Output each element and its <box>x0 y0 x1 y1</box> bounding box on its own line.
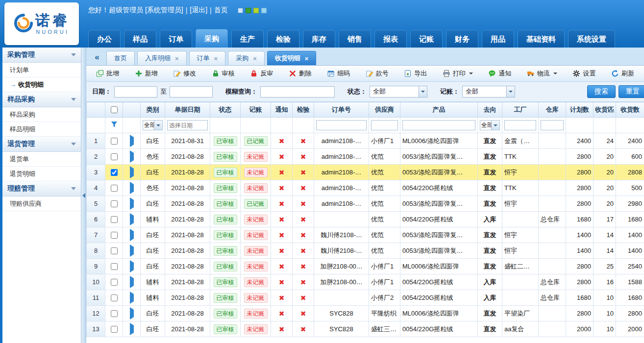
column-header-计划数[interactable]: 计划数 <box>566 102 594 118</box>
table-row[interactable]: 1白坯2021-08-31已审核已记账✖✖admin2108-…小傅厂1ML00… <box>87 133 644 149</box>
column-header-收货匹[interactable]: 收货匹 <box>594 102 616 118</box>
nav-tab-基础资料[interactable]: 基础资料 <box>518 30 565 48</box>
column-header-仓库[interactable]: 仓库 <box>539 102 566 118</box>
sidebar-section-header[interactable]: 采购管理 <box>2 48 81 63</box>
expand-arrow-icon[interactable] <box>130 323 134 335</box>
status-select[interactable]: 全部 <box>370 86 427 98</box>
warehouse-filter-input[interactable] <box>541 120 564 130</box>
column-header-去向[interactable]: 去向 <box>478 102 502 118</box>
expand-arrow-icon[interactable] <box>130 182 134 194</box>
date-to-input[interactable] <box>170 86 213 98</box>
column-header-订单号[interactable]: 订单号 <box>314 102 369 118</box>
toolbar-button-反审[interactable]: 反审 <box>250 67 273 80</box>
fuzzy-search-input[interactable] <box>260 86 335 98</box>
toolbar-button-设置[interactable]: 设置 <box>572 67 595 80</box>
expand-arrow-icon[interactable] <box>130 229 134 241</box>
close-icon[interactable]: × <box>214 55 218 62</box>
expand-arrow-icon[interactable] <box>130 276 134 288</box>
sidebar-item-计划单[interactable]: 计划单 <box>2 63 81 77</box>
account-select[interactable]: 全部 <box>462 86 515 98</box>
sidebar-section-header[interactable]: 理赔管理 <box>2 181 81 196</box>
toolbar-button-导出[interactable]: x导出 <box>404 67 427 80</box>
nav-tab-用品[interactable]: 用品 <box>482 30 514 48</box>
table-row[interactable]: 7白坯2021-08-28已审核未记账✖✖魏川傅2108-…优范0053/涤纶四… <box>87 227 644 243</box>
theme-blue-outline-icon[interactable] <box>238 8 243 13</box>
nav-tab-办公[interactable]: 办公 <box>88 30 121 48</box>
theme-yellowgreen-icon[interactable] <box>253 8 259 13</box>
table-row[interactable]: 13白坯2021-08-28已审核未记账✖✖SYC828盛虹三…0054/220… <box>87 321 644 337</box>
expand-arrow-icon[interactable] <box>130 197 134 210</box>
order-filter-input[interactable] <box>316 120 367 130</box>
home-link[interactable]: 首页 <box>214 6 228 15</box>
table-row[interactable]: 5白坯2021-08-28已审核已记账✖✖admin2108-…优范0053/涤… <box>87 196 644 212</box>
row-checkbox[interactable] <box>111 263 118 270</box>
document-tab-订单[interactable]: 订单× <box>189 51 226 65</box>
table-row[interactable]: 8白坯2021-08-28已审核未记账✖✖魏川傅2108-…优范0053/涤纶四… <box>87 243 644 259</box>
expand-arrow-icon[interactable] <box>130 150 134 163</box>
sidebar-collapse-handle[interactable] <box>81 48 86 343</box>
column-header-工厂[interactable]: 工厂 <box>502 102 539 118</box>
table-row[interactable]: 6辅料2021-08-28已审核未记账✖✖优范0054/220G摇粒绒入库总仓库… <box>87 212 644 227</box>
toolbar-button-通知[interactable]: 通知 <box>488 67 511 80</box>
theme-lightblue-icon[interactable] <box>261 8 267 13</box>
search-button[interactable]: 搜索 <box>587 85 616 98</box>
document-tab-采购[interactable]: 采购× <box>228 51 265 65</box>
tab-scroll-back-button[interactable]: « <box>90 50 104 64</box>
table-row[interactable]: 4色坯2021-08-28已审核未记账✖✖admin2108-…优范0054/2… <box>87 180 644 196</box>
close-icon[interactable]: × <box>175 55 179 62</box>
toolbar-button-物流[interactable]: 物流 <box>527 67 557 80</box>
toolbar-button-修改[interactable]: 修改 <box>173 67 196 80</box>
sidebar-item-样品明细[interactable]: 样品明细 <box>2 122 81 137</box>
row-checkbox[interactable] <box>111 200 118 207</box>
logout-link[interactable]: [退出] <box>190 6 207 15</box>
nav-tab-库存[interactable]: 库存 <box>303 30 335 48</box>
table-row[interactable]: 11辅料2021-08-28已审核未记账✖✖小傅厂20054/220G摇粒绒入库… <box>87 290 644 306</box>
row-checkbox[interactable] <box>111 232 118 239</box>
row-checkbox[interactable] <box>111 247 118 254</box>
table-row[interactable]: 9白坯2021-08-28已审核未记账✖✖加胖2108-00…小傅厂1ML000… <box>87 259 644 274</box>
expand-arrow-icon[interactable] <box>130 245 134 257</box>
document-tab-首页[interactable]: 首页 <box>106 51 135 65</box>
close-icon[interactable]: × <box>305 55 309 62</box>
table-row[interactable]: 3白坯2021-08-28已审核未记账✖✖admin2108-…优范0053/涤… <box>87 165 644 180</box>
nav-tab-采购[interactable]: 采购 <box>196 29 228 48</box>
supplier-filter-input[interactable] <box>371 120 398 130</box>
close-icon[interactable]: × <box>253 55 257 62</box>
date-filter-input[interactable] <box>167 120 208 130</box>
expand-arrow-icon[interactable] <box>130 213 134 225</box>
sidebar-item-收货明细[interactable]: →收货明细 <box>2 77 81 92</box>
sidebar-section-header[interactable]: 退货管理 <box>2 137 81 152</box>
row-checkbox[interactable] <box>111 153 118 160</box>
nav-tab-报表[interactable]: 报表 <box>374 30 407 48</box>
toolbar-button-款号[interactable]: 款号 <box>366 67 389 80</box>
column-header-通知[interactable]: 通知 <box>271 102 293 118</box>
table-row[interactable]: 2色坯2021-08-28已审核未记账✖✖admin2108-…优范0053/涤… <box>87 149 644 165</box>
column-header-产品[interactable]: 产品 <box>400 102 478 118</box>
column-header-状态[interactable]: 状态 <box>210 102 241 118</box>
filter-funnel-icon[interactable] <box>110 122 118 130</box>
toolbar-button-打印[interactable]: 打印 <box>443 67 473 80</box>
theme-green-icon[interactable] <box>246 8 251 13</box>
category-filter-select[interactable]: 全部 <box>143 120 163 130</box>
select-all-checkbox[interactable] <box>111 106 118 113</box>
expand-arrow-icon[interactable] <box>130 260 134 272</box>
reset-button[interactable]: 重置 <box>619 85 644 98</box>
row-checkbox[interactable] <box>111 326 118 333</box>
row-checkbox[interactable] <box>111 310 118 317</box>
sidebar-item-理赔供应商[interactable]: 理赔供应商 <box>2 196 81 211</box>
toolbar-button-审核[interactable]: 审核 <box>212 67 235 80</box>
nav-tab-销售[interactable]: 销售 <box>339 30 371 48</box>
table-row[interactable]: 10辅料2021-08-28已审核未记账✖✖加胖2108-00…小傅厂10054… <box>87 274 644 290</box>
document-tab-收货明细[interactable]: 收货明细× <box>267 51 317 65</box>
sidebar-section-header[interactable]: 样品采购 <box>2 92 81 107</box>
sidebar-item-样品采购[interactable]: 样品采购 <box>2 107 81 122</box>
row-checkbox[interactable] <box>111 185 118 192</box>
expand-arrow-icon[interactable] <box>130 166 134 178</box>
column-header-供应商[interactable]: 供应商 <box>369 102 400 118</box>
row-checkbox[interactable] <box>111 216 118 223</box>
toolbar-button-删除[interactable]: 删除 <box>289 67 312 80</box>
nav-tab-样品[interactable]: 样品 <box>124 30 156 48</box>
toolbar-button-细码[interactable]: 细码 <box>327 67 350 80</box>
nav-tab-财务[interactable]: 财务 <box>446 30 478 48</box>
expand-arrow-icon[interactable] <box>130 292 134 304</box>
